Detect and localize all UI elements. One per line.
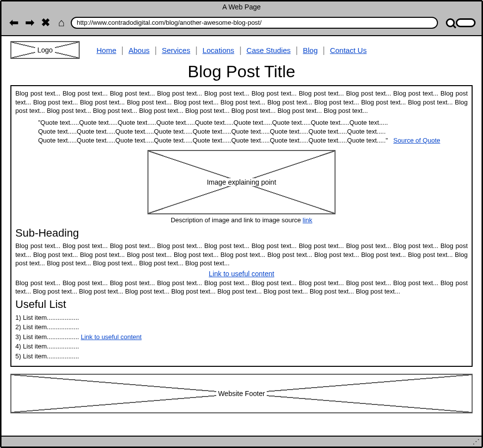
site-header: Logo Home| Abous| Services| Locations| C… [10,41,473,59]
image-placeholder-label: Image explaining point [205,178,278,186]
back-icon[interactable]: ⬅ [7,16,20,29]
url-input[interactable] [71,17,438,29]
list-item: 5) List item.................. [15,351,468,361]
logo-placeholder[interactable]: Logo [10,41,80,59]
nav-locations[interactable]: Locations [197,46,239,54]
quote-line: Quote text.....Quote text.....Quote text… [38,127,468,136]
browser-toolbar: ⬅ ➡ ✖ ⌂ [1,12,482,35]
nav-about[interactable]: Abous [124,46,155,54]
search-control[interactable] [446,18,476,27]
browser-chrome: A Web Page ⬅ ➡ ✖ ⌂ [1,1,482,36]
image-placeholder: Image explaining point [147,150,336,214]
list-item-link[interactable]: Link to useful content [81,333,142,341]
image-source-link[interactable]: link [303,216,313,224]
post-title: Blog Post Title [10,62,473,81]
stop-icon[interactable]: ✖ [39,16,52,29]
post-paragraph: Blog post text... Blog post text... Blog… [15,242,468,268]
nav-home[interactable]: Home [92,46,121,54]
image-block: Image explaining point Description of im… [15,150,468,224]
useful-list: 1) List item.................. 2) List i… [15,313,468,361]
inline-link-row: Link to useful content [15,270,468,278]
forward-icon[interactable]: ➡ [23,16,36,29]
logo-label: Logo [35,46,54,54]
useful-content-link[interactable]: Link to useful content [209,270,274,278]
quote-line: "Quote text.....Quote text.....Quote tex… [38,118,468,127]
list-item: 1) List item.................. [15,313,468,323]
footer-label: Website Footer [216,390,267,398]
sub-heading: Sub-Heading [15,227,468,240]
post-paragraph: Blog post text... Blog post text... Blog… [15,279,468,296]
image-caption: Description of image and link to image s… [171,216,312,224]
quote-block: "Quote text.....Quote text.....Quote tex… [38,118,468,146]
window-title: A Web Page [1,1,482,12]
list-item: 2) List item.................. [15,322,468,332]
list-heading: Useful List [15,298,468,311]
quote-source-link[interactable]: Source of Quote [393,137,440,144]
page-body: Logo Home| Abous| Services| Locations| C… [1,36,482,432]
main-nav: Home| Abous| Services| Locations| Case S… [92,45,372,55]
nav-case-studies[interactable]: Case Studies [242,46,295,54]
list-item: 3) List item.................. Link to u… [15,332,468,342]
resize-grip-icon[interactable]: ⋰ [473,438,480,446]
browser-bottom-bar: ⋰ [1,436,482,447]
post-paragraph: Blog post text... Blog post text... Blog… [15,89,468,115]
list-item: 4) List item.................. [15,342,468,351]
nav-services[interactable]: Services [157,46,195,54]
search-field[interactable] [456,18,476,27]
post-content: Blog post text... Blog post text... Blog… [10,85,473,367]
home-icon[interactable]: ⌂ [55,16,68,29]
quote-line: Quote text.....Quote text.....Quote text… [38,136,468,145]
nav-contact[interactable]: Contact Us [325,46,372,54]
search-icon [446,18,455,27]
nav-blog[interactable]: Blog [298,46,323,54]
website-footer: Website Footer [10,374,473,413]
